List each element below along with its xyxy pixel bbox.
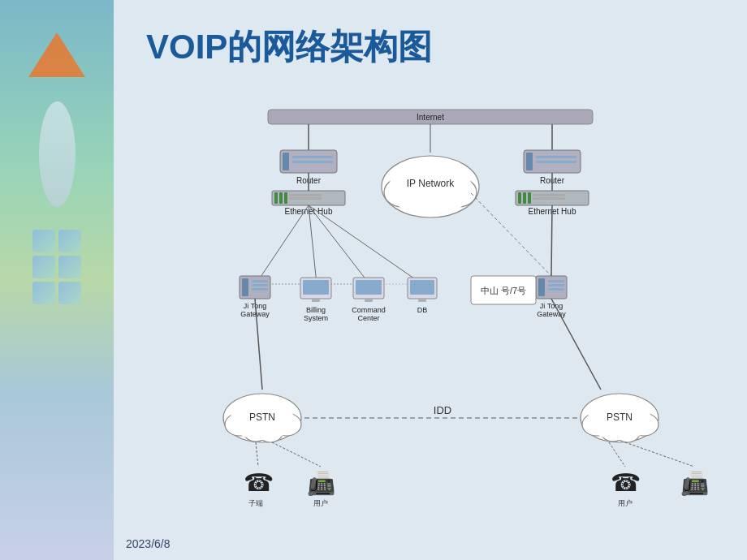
main-content: VOIP的网络架构图 Internet IP Network: [114, 0, 747, 560]
svg-line-101: [256, 442, 258, 467]
svg-rect-52: [303, 280, 329, 295]
svg-rect-25: [284, 192, 287, 204]
svg-rect-47: [252, 284, 268, 286]
svg-text:☎: ☎: [611, 469, 641, 496]
svg-text:用户: 用户: [618, 499, 633, 507]
svg-rect-15: [292, 161, 333, 163]
svg-text:子端: 子端: [248, 499, 263, 507]
svg-text:Command: Command: [352, 306, 386, 314]
svg-rect-34: [533, 197, 565, 200]
svg-text:Ji Tong: Ji Tong: [540, 302, 563, 310]
svg-line-92: [551, 299, 601, 390]
svg-text:Internet: Internet: [417, 113, 444, 122]
svg-text:IP Network: IP Network: [407, 178, 455, 189]
svg-rect-66: [538, 278, 545, 296]
svg-line-102: [272, 442, 321, 467]
svg-rect-67: [548, 280, 564, 282]
svg-rect-32: [528, 192, 531, 204]
svg-text:DB: DB: [417, 306, 428, 314]
svg-rect-23: [274, 192, 278, 204]
svg-text:Gateway: Gateway: [240, 310, 270, 318]
svg-text:📠: 📠: [307, 470, 335, 497]
svg-text:用户: 用户: [313, 499, 328, 507]
svg-rect-18: [526, 153, 533, 170]
svg-rect-13: [283, 153, 289, 170]
svg-text:PSTN: PSTN: [607, 411, 633, 423]
triangle-decoration: [28, 32, 85, 77]
svg-rect-53: [312, 299, 320, 302]
svg-line-38: [256, 205, 309, 284]
page-title: VOIP的网络架构图: [146, 24, 432, 70]
svg-line-41: [309, 205, 422, 284]
svg-text:☎: ☎: [244, 469, 274, 496]
svg-text:Billing: Billing: [306, 306, 326, 314]
svg-text:Center: Center: [357, 314, 379, 322]
svg-text:中山  号/7号: 中山 号/7号: [481, 286, 526, 295]
sq6: [58, 282, 81, 304]
svg-rect-69: [548, 288, 564, 291]
svg-rect-19: [536, 156, 576, 158]
svg-rect-31: [523, 192, 526, 204]
svg-rect-27: [289, 197, 322, 200]
left-sidebar: [0, 0, 114, 560]
svg-rect-58: [365, 299, 373, 302]
sq2: [58, 230, 81, 252]
svg-line-104: [625, 442, 694, 467]
svg-text:📠: 📠: [680, 470, 709, 497]
sq4: [58, 256, 81, 278]
svg-rect-48: [252, 288, 268, 291]
squares-decoration: [26, 223, 88, 311]
sq1: [32, 230, 55, 252]
svg-rect-26: [289, 194, 322, 196]
svg-rect-30: [518, 192, 521, 204]
svg-text:IDD: IDD: [434, 404, 451, 416]
svg-line-40: [309, 205, 369, 284]
svg-rect-62: [410, 280, 434, 295]
svg-rect-14: [292, 156, 333, 158]
svg-rect-57: [356, 280, 382, 295]
sq5: [32, 282, 55, 304]
svg-rect-68: [548, 284, 564, 286]
svg-line-103: [609, 442, 625, 467]
svg-rect-46: [252, 280, 268, 282]
sq3: [32, 256, 55, 278]
network-diagram: Internet IP Network R: [130, 106, 731, 519]
svg-point-9: [388, 163, 473, 215]
svg-rect-33: [533, 194, 565, 196]
date-label: 2023/6/8: [126, 537, 171, 550]
svg-rect-20: [536, 161, 576, 163]
svg-rect-45: [242, 278, 248, 296]
svg-line-39: [309, 205, 317, 284]
svg-text:System: System: [304, 314, 328, 322]
svg-text:PSTN: PSTN: [249, 411, 275, 423]
svg-line-72: [551, 205, 552, 276]
svg-rect-24: [279, 192, 283, 204]
svg-rect-63: [418, 299, 426, 302]
oval-decoration: [39, 101, 76, 207]
